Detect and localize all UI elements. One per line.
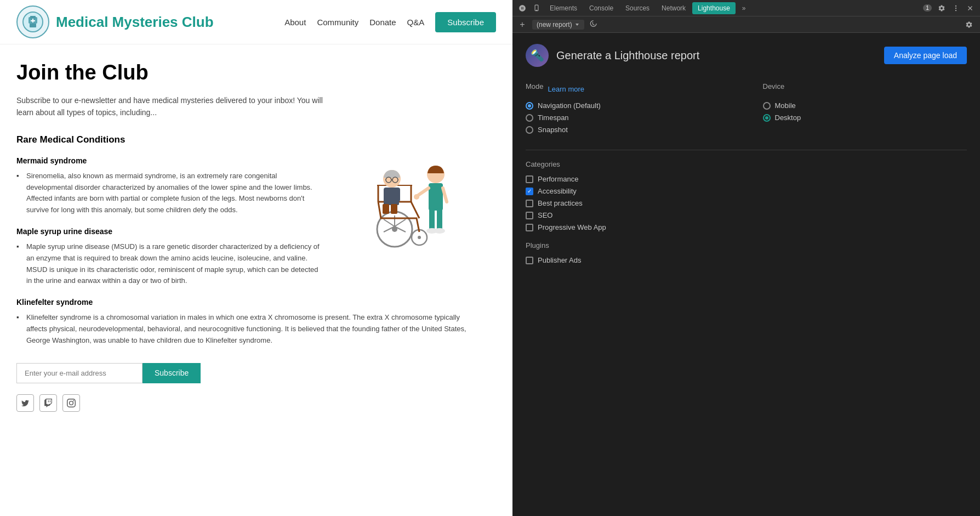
mode-navigation-radio[interactable] (526, 102, 533, 110)
mode-device-row: Mode Learn more Navigation (Default) Tim… (526, 82, 967, 138)
nav-donate[interactable]: Donate (369, 18, 396, 27)
mode-timespan-radio[interactable] (526, 114, 533, 122)
svg-rect-2 (30, 16, 36, 19)
devtools-panel: Elements Console Sources Network Lightho… (512, 0, 980, 516)
device-toolbar-icon[interactable] (530, 2, 543, 15)
category-best-practices-checkbox[interactable] (526, 200, 533, 207)
add-report-button[interactable]: + (517, 19, 528, 30)
category-performance-label: Performance (538, 175, 578, 183)
main-content: Join the Club Subscribe to our e-newslet… (0, 44, 493, 428)
content-with-image: Subscribe to our e-newsletter and have m… (16, 94, 477, 287)
report-dropdown[interactable]: (new report) (532, 20, 584, 30)
rare-conditions-title: Rare Medical Conditions (16, 134, 323, 145)
svg-point-14 (418, 236, 421, 239)
category-pwa[interactable]: Progressive Web App (526, 223, 967, 231)
email-subscribe-button[interactable]: Subscribe (143, 363, 201, 383)
device-title-row: Device (763, 82, 967, 96)
condition-mermaid: Mermaid syndrome Sirenomelia, also known… (16, 156, 323, 216)
tab-sources[interactable]: Sources (620, 2, 655, 14)
mode-label: Mode (526, 82, 544, 90)
category-best-practices[interactable]: Best practices (526, 199, 967, 207)
nav-subscribe-button[interactable]: Subscribe (435, 12, 496, 32)
svg-rect-33 (437, 208, 442, 230)
social-icons (16, 394, 477, 412)
category-performance[interactable]: Performance (526, 175, 967, 183)
svg-line-9 (384, 219, 395, 226)
svg-rect-27 (391, 204, 397, 214)
mode-timespan-label: Timespan (538, 114, 569, 122)
report-dropdown-label: (new report) (537, 21, 572, 29)
svg-point-39 (955, 5, 956, 6)
settings-icon[interactable] (935, 2, 948, 15)
device-desktop-radio[interactable] (763, 114, 771, 122)
twitter-icon[interactable] (16, 394, 34, 412)
website-panel: Medical Mysteries Club About Community D… (0, 0, 512, 516)
condition-maple: Maple syrup urine disease Maple syrup ur… (16, 227, 323, 287)
svg-point-35 (434, 228, 445, 234)
nav-about[interactable]: About (284, 18, 306, 27)
categories-section: Categories Performance ✓ Accessibility B… (526, 160, 967, 231)
category-seo[interactable]: SEO (526, 211, 967, 219)
lighthouse-logo-icon: 🔦 (526, 44, 549, 67)
site-title: Medical Mysteries Club (56, 14, 214, 31)
generate-left: 🔦 Generate a Lighthouse report (526, 44, 699, 67)
tab-network[interactable]: Network (656, 2, 691, 14)
condition-klinefelter: Klinefelter syndrome Klinefelter syndrom… (16, 298, 477, 346)
tab-console[interactable]: Console (584, 2, 619, 14)
twitch-icon[interactable] (39, 394, 57, 412)
category-accessibility[interactable]: ✓ Accessibility (526, 187, 967, 195)
svg-line-10 (395, 219, 406, 226)
history-button[interactable] (589, 19, 597, 30)
category-accessibility-checkbox[interactable]: ✓ (526, 188, 533, 195)
category-seo-label: SEO (538, 211, 552, 219)
svg-rect-5 (30, 24, 36, 27)
svg-line-31 (443, 188, 447, 202)
tab-lighthouse[interactable]: Lighthouse (692, 2, 736, 14)
klinefelter-title: Klinefelter syndrome (16, 298, 477, 307)
mode-navigation[interactable]: Navigation (Default) (526, 101, 730, 110)
category-seo-checkbox[interactable] (526, 212, 533, 219)
logo-icon (16, 5, 49, 38)
svg-point-41 (955, 9, 956, 10)
close-devtools-icon[interactable] (964, 2, 977, 15)
email-section: Subscribe (16, 363, 477, 383)
maple-title: Maple syrup urine disease (16, 227, 323, 236)
tab-elements[interactable]: Elements (544, 2, 583, 14)
svg-rect-26 (383, 204, 389, 214)
tab-more[interactable]: » (737, 2, 751, 14)
plugin-publisher-ads[interactable]: Publisher Ads (526, 256, 967, 264)
nav-qa[interactable]: Q&A (407, 18, 425, 27)
text-section: Subscribe to our e-newsletter and have m… (16, 94, 323, 287)
mode-title-row: Mode Learn more (526, 82, 730, 96)
mermaid-text: Sirenomelia, also known as mermaid syndr… (16, 171, 323, 216)
device-mobile[interactable]: Mobile (763, 101, 967, 110)
email-input[interactable] (16, 363, 143, 383)
instagram-icon[interactable] (62, 394, 80, 412)
lighthouse-panel: 🔦 Generate a Lighthouse report Analyze p… (512, 33, 980, 516)
svg-point-36 (414, 194, 419, 200)
inspect-element-icon[interactable] (516, 2, 529, 15)
device-section: Device Mobile Desktop (763, 82, 967, 138)
learn-more-link[interactable]: Learn more (548, 85, 584, 93)
device-label: Device (763, 82, 785, 90)
join-title: Join the Club (16, 61, 477, 84)
device-desktop[interactable]: Desktop (763, 114, 967, 122)
category-performance-checkbox[interactable] (526, 175, 533, 183)
analyze-page-load-button[interactable]: Analyze page load (884, 47, 967, 64)
devtools-settings-icon[interactable] (962, 18, 976, 31)
nav-community[interactable]: Community (317, 18, 358, 27)
category-accessibility-label: Accessibility (538, 187, 577, 195)
device-mobile-radio[interactable] (763, 102, 771, 110)
mode-snapshot-radio[interactable] (526, 126, 533, 134)
plugin-publisher-ads-label: Publisher Ads (538, 256, 582, 264)
category-pwa-checkbox[interactable] (526, 224, 533, 231)
svg-rect-29 (429, 183, 443, 211)
categories-label: Categories (526, 160, 967, 168)
plugin-publisher-ads-checkbox[interactable] (526, 257, 533, 264)
mode-timespan[interactable]: Timespan (526, 114, 730, 122)
devtools-topbar: Elements Console Sources Network Lightho… (512, 0, 980, 16)
plugins-section: Plugins Publisher Ads (526, 241, 967, 264)
more-options-icon[interactable] (949, 2, 962, 15)
image-section (334, 94, 477, 287)
mode-snapshot[interactable]: Snapshot (526, 126, 730, 134)
